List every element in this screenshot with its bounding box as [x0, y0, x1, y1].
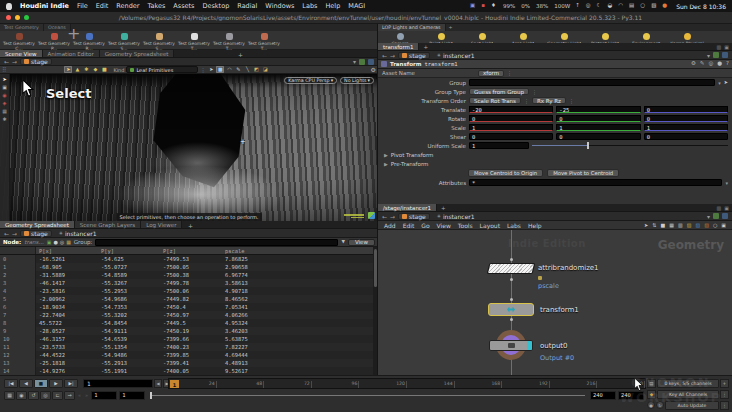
forward-icon[interactable]: →: [12, 230, 17, 237]
info-icon[interactable]: ●: [717, 61, 722, 67]
apple-menu-icon[interactable]: [6, 3, 12, 10]
menu-item[interactable]: Labs: [302, 2, 317, 10]
scale-x-input[interactable]: 1: [469, 124, 553, 131]
shelf-tool[interactable]: Test Geometry S...: [142, 32, 176, 51]
group-type-dropdown[interactable]: Guess from Group: [469, 88, 529, 95]
node-attribrandomize1[interactable]: [487, 263, 536, 274]
path-dropdown-icon[interactable]: ▾: [707, 213, 710, 220]
recook-icon[interactable]: ↻: [656, 401, 664, 409]
prim-mode-icon[interactable]: ▦: [66, 240, 71, 245]
uniform-scale-slider[interactable]: [532, 142, 728, 149]
group-param-input[interactable]: [469, 79, 715, 86]
notes-icon[interactable]: ▨: [695, 223, 700, 228]
transform-order-dropdown[interactable]: Scale Rot Trans: [469, 97, 521, 104]
select-contained-icon[interactable]: ◪: [261, 66, 269, 73]
selection-kind-dropdown[interactable]: Leaf Primitives: [126, 66, 198, 73]
key-all-channels-button[interactable]: Key All Channels: [657, 390, 719, 399]
history-icon[interactable]: [722, 213, 728, 219]
app-dot-icon[interactable]: ●: [662, 3, 668, 9]
path-stage[interactable]: stage: [398, 52, 430, 59]
table-row[interactable]: 4 -23.5816 -55.2953 -7500.06 4.90718: [0, 287, 378, 295]
col-px[interactable]: P[x]: [36, 248, 98, 254]
shelf-tool[interactable]: Test Geometry T...: [212, 32, 246, 51]
point-mode-icon[interactable]: ●: [53, 240, 57, 245]
battery-value[interactable]: 99%: [502, 3, 515, 9]
node-name-input[interactable]: transform1: [424, 61, 457, 67]
forward-icon[interactable]: →: [12, 58, 17, 65]
pane-tab[interactable]: Scene Graph Layers: [75, 221, 141, 228]
col-pz[interactable]: P[z]: [160, 248, 222, 254]
range-start-field[interactable]: 1: [119, 391, 145, 400]
move-pivot-button[interactable]: Move Pivot to Centroid: [547, 169, 619, 177]
frame-dec-button[interactable]: ◀: [154, 379, 162, 388]
stop-button[interactable]: ■: [34, 379, 48, 388]
cook-indicator-icon[interactable]: ●: [647, 401, 655, 409]
show-points-icon[interactable]: ◉: [2, 93, 6, 98]
headphones-icon[interactable]: ◒: [607, 3, 613, 9]
shelf-tool[interactable]: Test Geometry T...: [177, 32, 211, 51]
add-pane-tab-button[interactable]: +: [188, 222, 193, 229]
add-pane-tab-button[interactable]: +: [437, 204, 450, 211]
network-menu-item[interactable]: Edit: [403, 222, 415, 229]
menu-item[interactable]: Desktop: [202, 2, 229, 10]
playhead[interactable]: 1: [170, 380, 179, 389]
jump-start-button[interactable]: |◀: [4, 379, 18, 388]
range-end-field[interactable]: 240: [590, 391, 616, 400]
group-input[interactable]: [95, 239, 338, 246]
pane-tab-transform1[interactable]: transform1: [378, 43, 419, 50]
node-transform1-selected[interactable]: [488, 303, 534, 316]
back-icon[interactable]: ←: [382, 52, 387, 59]
menu-item[interactable]: Render: [116, 2, 139, 10]
table-row[interactable]: 13 -25.1818 -55.2913 -7399.41 4.48913: [0, 359, 378, 367]
forward-icon[interactable]: →: [390, 52, 395, 59]
history-icon[interactable]: [368, 59, 374, 65]
prev-frame-button[interactable]: ◀: [19, 379, 33, 388]
gpu-value[interactable]: 0%: [520, 3, 530, 9]
network-pane-tab[interactable]: /stage/instancer1: [378, 204, 437, 211]
table-row[interactable]: 10 -46.3157 -54.6539 -7399.66 5.63875: [0, 335, 378, 343]
move-centroid-button[interactable]: Move Centroid to Origin: [468, 169, 543, 177]
select-mode-icon[interactable]: ➤: [64, 66, 72, 73]
table-row[interactable]: 2 -31.5889 -54.8589 -7500.38 6.96774: [0, 271, 378, 279]
update-menu-icon[interactable]: ⋮: [720, 401, 729, 410]
pen-icon[interactable]: ✎: [700, 61, 705, 67]
table-row[interactable]: 1 -68.905 -55.0727 -7500.05 2.90658: [0, 263, 378, 271]
group-pick-arrow-icon[interactable]: ➤: [724, 80, 728, 85]
group-dropdown-icon[interactable]: ▾: [718, 80, 721, 86]
path-stage[interactable]: stage: [398, 213, 430, 220]
select-prims-icon[interactable]: ■: [100, 66, 108, 73]
shelf-tool[interactable]: Test Geometry C...: [2, 32, 36, 51]
col-pscale[interactable]: pscale: [222, 248, 284, 254]
attributes-dropdown-icon[interactable]: ▾: [725, 180, 728, 186]
snapshot-icon[interactable]: [359, 59, 365, 65]
translate-x-input[interactable]: -20: [469, 106, 553, 113]
select-points-icon[interactable]: ✱: [82, 66, 90, 73]
add-shelf-tab-button[interactable]: +: [446, 24, 456, 31]
translate-z-input[interactable]: 0: [644, 106, 728, 113]
asset-menu-icon[interactable]: ⋮: [507, 70, 512, 76]
pane-tab[interactable]: Animation Editor: [43, 50, 100, 57]
asset-name-value[interactable]: xform: [478, 70, 504, 77]
gallery-icon[interactable]: ▨: [704, 223, 709, 228]
rotate-z-input[interactable]: 0: [644, 115, 728, 122]
network-menu-item[interactable]: Help: [528, 222, 542, 229]
gear-icon[interactable]: ⚙: [691, 61, 696, 67]
select-edges-icon[interactable]: ◆: [91, 66, 99, 73]
wifi-icon[interactable]: ◠: [618, 3, 624, 9]
snapshot-icon[interactable]: [713, 213, 719, 219]
pane-maximize-icon[interactable]: ▣: [724, 205, 729, 211]
menu-item[interactable]: Help: [325, 2, 340, 10]
shear-y-input[interactable]: 0: [556, 133, 640, 140]
timeline-ruler[interactable]: 24487296120144168192216240 1: [168, 378, 646, 389]
menu-item[interactable]: File: [77, 2, 88, 10]
audio-options-icon[interactable]: ◉: [16, 391, 27, 400]
translate-y-input[interactable]: -25: [556, 106, 640, 113]
loop-icon[interactable]: ↺: [28, 391, 39, 400]
brush-pick-icon[interactable]: ✎: [234, 66, 242, 73]
filter-icon[interactable]: ▼: [341, 240, 344, 245]
network-menu-item[interactable]: Tools: [458, 222, 473, 229]
menu-item[interactable]: MAGI: [348, 2, 365, 10]
table-row[interactable]: 14 -14.9276 -55.1991 -7400.05 9.52617: [0, 367, 378, 375]
path-dropdown-icon[interactable]: ▾: [353, 58, 356, 65]
ink-icon[interactable]: ♦: [491, 3, 497, 9]
